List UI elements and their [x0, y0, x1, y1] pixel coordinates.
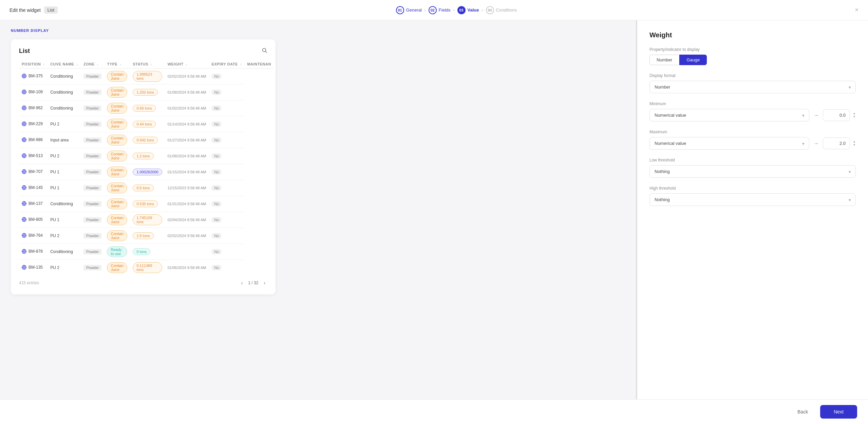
maximum-down-btn[interactable]: ▼	[853, 143, 856, 147]
step-fields[interactable]: 02 Fields	[429, 6, 451, 14]
col-expiry[interactable]: EXPIRY DATE ↕	[209, 60, 244, 69]
svg-point-45	[23, 187, 25, 188]
next-button[interactable]: Next	[820, 405, 857, 419]
position-icon	[22, 185, 26, 190]
property-label: Property/indicator to display	[649, 47, 856, 52]
cell-status: Contain Juice	[104, 84, 130, 100]
col-cuve-name[interactable]: CUVE NAME ↕	[48, 60, 81, 69]
cell-expiry: 01/15/2024 9:58:48 AM	[165, 164, 209, 180]
cell-position: BM-805	[19, 212, 48, 228]
svg-point-51	[23, 203, 25, 204]
cell-position: BM-135	[19, 260, 48, 276]
cell-type: Powder	[81, 100, 104, 116]
cell-maint: No	[209, 180, 244, 196]
cell-type: Powder	[81, 164, 104, 180]
cell-weight: 0.942 tons	[130, 132, 165, 148]
low-threshold-section: Low threshold Nothing	[649, 158, 856, 178]
display-toggle: Number Gauge	[649, 55, 856, 65]
cell-type: Powder	[81, 84, 104, 100]
right-panel-title: Weight	[649, 31, 856, 39]
section-label: NUMBER DISPLAY	[11, 28, 625, 33]
maximum-up-btn[interactable]: ▲	[853, 140, 856, 143]
data-table: POSITION ↕ CUVE NAME ↕ ZONE ↕ TYPE ↕ STA…	[19, 60, 274, 275]
status-badge: Contain Juice	[107, 214, 127, 225]
cell-status: Contain Juice	[104, 196, 130, 212]
cell-zone: PU 2	[48, 148, 81, 164]
minimum-section: Minimum Numerical value → ▲ ▼	[649, 101, 856, 121]
svg-point-57	[23, 218, 25, 220]
position-name: BM-513	[29, 153, 43, 158]
status-badge: Contain Juice	[107, 119, 127, 130]
weight-badge: 1.5 tons	[133, 232, 153, 239]
svg-point-33	[23, 155, 25, 156]
cell-zone: PU 1	[48, 164, 81, 180]
display-format-select[interactable]: Number	[649, 81, 856, 93]
gauge-toggle-btn[interactable]: Gauge	[679, 55, 707, 65]
cell-maint: No	[209, 116, 244, 132]
col-zone[interactable]: ZONE ↕	[81, 60, 104, 69]
maximum-type-select[interactable]: Numerical value	[649, 137, 809, 150]
minimum-value-input[interactable]	[823, 109, 850, 121]
maint-badge: No	[211, 217, 222, 223]
minimum-type-select[interactable]: Numerical value	[649, 109, 809, 121]
step-conditions[interactable]: 04 Conditions	[486, 6, 517, 14]
minimum-down-btn[interactable]: ▼	[853, 115, 856, 118]
high-threshold-select[interactable]: Nothing	[649, 193, 856, 206]
table-footer: 415 entries ‹ 1 / 32 ›	[19, 280, 267, 286]
position-icon	[22, 169, 26, 174]
type-badge: Powder	[83, 105, 101, 111]
type-badge: Powder	[83, 217, 101, 223]
cell-type: Powder	[81, 148, 104, 164]
top-bar: Edit the widget List 01 General › 02 Fie…	[0, 0, 868, 20]
position-name: BM-135	[29, 265, 43, 270]
low-threshold-select[interactable]: Nothing	[649, 165, 856, 178]
back-button[interactable]: Back	[789, 406, 816, 418]
type-badge: Powder	[83, 90, 101, 95]
cell-status: Contain Juice	[104, 180, 130, 196]
position-icon	[22, 74, 26, 78]
table-row: BM-513 PU 2 Powder Contain Juice 1.2 ton…	[19, 148, 274, 164]
cell-weight: 0.44 tons	[130, 116, 165, 132]
minimum-up-btn[interactable]: ▲	[853, 112, 856, 115]
step-1-circle: 01	[396, 6, 404, 14]
cell-maint: No	[209, 84, 244, 100]
search-button[interactable]	[262, 48, 267, 55]
status-badge: Contain Juice	[107, 167, 127, 177]
status-badge: Contain Juice	[107, 87, 127, 98]
col-type[interactable]: TYPE ↕	[104, 60, 130, 69]
position-icon	[22, 217, 26, 222]
page-content: NUMBER DISPLAY List POSITION ↕ CUVE NAME…	[0, 20, 868, 424]
col-status[interactable]: STATUS ↕	[130, 60, 165, 69]
close-button[interactable]: ×	[855, 6, 858, 14]
maximum-section: Maximum Numerical value → ▲ ▼	[649, 130, 856, 150]
cell-status: Contain Juice	[104, 132, 130, 148]
col-position[interactable]: POSITION ↕	[19, 60, 48, 69]
position-name: BM-145	[29, 185, 43, 190]
prev-page-button[interactable]: ‹	[239, 280, 245, 286]
position-icon	[22, 249, 26, 254]
cell-position: BM-229	[19, 116, 48, 132]
cell-expiry: 01/08/2024 9:58:48 AM	[165, 84, 209, 100]
step-3-label: Value	[468, 7, 479, 13]
table-row: BM-109 Conditioning Powder Contain Juice…	[19, 84, 274, 100]
col-weight[interactable]: WEIGHT ↕	[165, 60, 209, 69]
step-general[interactable]: 01 General	[396, 6, 422, 14]
top-bar-left: Edit the widget List	[10, 6, 58, 14]
position-name: BM-805	[29, 217, 43, 222]
number-toggle-btn[interactable]: Number	[649, 55, 679, 65]
cell-status: Contain Juice	[104, 69, 130, 84]
cell-status: Contain Juice	[104, 164, 130, 180]
svg-point-63	[23, 234, 25, 236]
cell-zone: Conditioning	[48, 196, 81, 212]
cell-status: Contain Juice	[104, 100, 130, 116]
cell-weight: 0.66 tons	[130, 100, 165, 116]
position-name: BM-962	[29, 105, 43, 110]
step-value[interactable]: 03 Value	[457, 6, 479, 14]
next-page-button[interactable]: ›	[262, 280, 267, 286]
maximum-value-input[interactable]	[823, 137, 850, 149]
table-row: BM-962 Conditioning Powder Contain Juice…	[19, 100, 274, 116]
cell-status: Contain Juice	[104, 116, 130, 132]
high-threshold-label: High threshold	[649, 186, 856, 191]
weight-badge: 1.999523 tons	[133, 71, 162, 82]
col-maint[interactable]: MAINTENAN	[244, 60, 274, 69]
